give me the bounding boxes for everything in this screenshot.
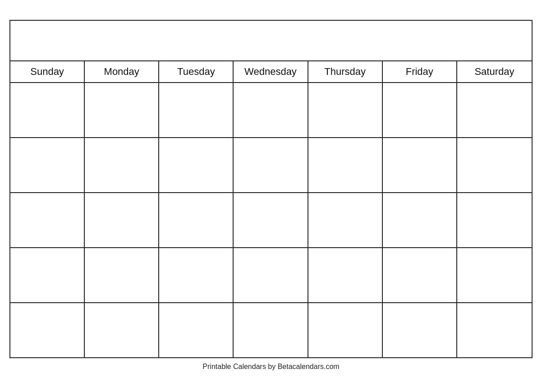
cell-r5-c4 — [234, 303, 308, 357]
calendar-body — [10, 83, 532, 357]
cell-r1-c2 — [85, 83, 159, 137]
cell-r2-c4 — [234, 138, 308, 192]
calendar-row-1 — [10, 83, 532, 138]
calendar-title-row — [10, 21, 532, 61]
cell-r1-c6 — [383, 83, 457, 137]
cell-r1-c7 — [457, 83, 532, 137]
cell-r5-c1 — [10, 303, 85, 357]
calendar-header-row: Sunday Monday Tuesday Wednesday Thursday… — [10, 61, 532, 83]
header-thursday: Thursday — [308, 61, 383, 82]
header-tuesday: Tuesday — [159, 61, 234, 82]
calendar-wrapper: Sunday Monday Tuesday Wednesday Thursday… — [9, 20, 533, 373]
cell-r2-c5 — [308, 138, 383, 192]
cell-r4-c6 — [383, 248, 457, 302]
cell-r1-c1 — [10, 83, 85, 137]
calendar-footer: Printable Calendars by Betacalendars.com — [9, 358, 533, 373]
cell-r4-c5 — [308, 248, 383, 302]
cell-r2-c1 — [10, 138, 85, 192]
calendar-row-3 — [10, 193, 532, 248]
cell-r4-c1 — [10, 248, 85, 302]
cell-r3-c6 — [383, 193, 457, 247]
cell-r2-c3 — [159, 138, 234, 192]
cell-r4-c2 — [85, 248, 159, 302]
cell-r5-c3 — [159, 303, 234, 357]
cell-r5-c2 — [85, 303, 159, 357]
header-friday: Friday — [383, 61, 457, 82]
cell-r4-c4 — [234, 248, 308, 302]
cell-r3-c2 — [85, 193, 159, 247]
cell-r2-c2 — [85, 138, 159, 192]
cell-r1-c3 — [159, 83, 234, 137]
cell-r3-c7 — [457, 193, 532, 247]
cell-r3-c3 — [159, 193, 234, 247]
cell-r4-c3 — [159, 248, 234, 302]
cell-r3-c4 — [234, 193, 308, 247]
header-saturday: Saturday — [457, 61, 532, 82]
calendar-row-5 — [10, 303, 532, 357]
cell-r5-c6 — [383, 303, 457, 357]
calendar-row-4 — [10, 248, 532, 303]
cell-r2-c7 — [457, 138, 532, 192]
header-monday: Monday — [85, 61, 159, 82]
cell-r5-c5 — [308, 303, 383, 357]
header-sunday: Sunday — [10, 61, 85, 82]
cell-r1-c5 — [308, 83, 383, 137]
calendar-row-2 — [10, 138, 532, 193]
cell-r1-c4 — [234, 83, 308, 137]
header-wednesday: Wednesday — [234, 61, 308, 82]
cell-r4-c7 — [457, 248, 532, 302]
cell-r3-c1 — [10, 193, 85, 247]
cell-r2-c6 — [383, 138, 457, 192]
cell-r3-c5 — [308, 193, 383, 247]
cell-r5-c7 — [457, 303, 532, 357]
calendar-container: Sunday Monday Tuesday Wednesday Thursday… — [9, 20, 533, 358]
